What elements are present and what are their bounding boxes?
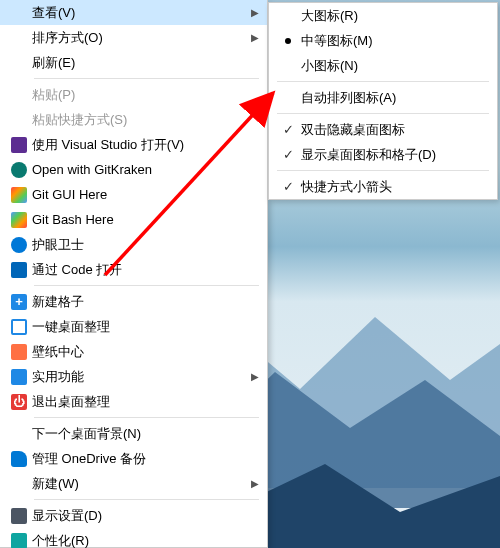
submenu-shortcut-arrow-label: 快捷方式小箭头 bbox=[301, 178, 489, 196]
check-icon: ✓ bbox=[275, 179, 301, 194]
menu-eye-care[interactable]: 护眼卫士 bbox=[0, 232, 267, 257]
menu-separator bbox=[34, 499, 259, 500]
menu-utility-label: 实用功能 bbox=[32, 368, 251, 386]
menu-open-code-label: 通过 Code 打开 bbox=[32, 261, 259, 279]
menu-paste: 粘贴(P) bbox=[0, 82, 267, 107]
chevron-right-icon: ▶ bbox=[251, 32, 259, 43]
menu-paste-shortcut-label: 粘贴快捷方式(S) bbox=[32, 111, 259, 129]
menu-git-bash[interactable]: Git Bash Here bbox=[0, 207, 267, 232]
chevron-right-icon: ▶ bbox=[251, 371, 259, 382]
menu-exit-tidy[interactable]: ⏻ 退出桌面整理 bbox=[0, 389, 267, 414]
menu-separator bbox=[34, 285, 259, 286]
display-icon bbox=[11, 508, 27, 524]
menu-separator bbox=[34, 417, 259, 418]
menu-exit-tidy-label: 退出桌面整理 bbox=[32, 393, 259, 411]
menu-open-code[interactable]: 通过 Code 打开 bbox=[0, 257, 267, 282]
gitkraken-icon bbox=[11, 162, 27, 178]
submenu-large-icons[interactable]: 大图标(R) bbox=[269, 3, 497, 28]
menu-open-vs[interactable]: 使用 Visual Studio 打开(V) bbox=[0, 132, 267, 157]
submenu-medium-icons[interactable]: 中等图标(M) bbox=[269, 28, 497, 53]
submenu-hide-on-dblclick[interactable]: ✓ 双击隐藏桌面图标 bbox=[269, 117, 497, 142]
wallpaper-icon bbox=[11, 344, 27, 360]
submenu-small-icons[interactable]: 小图标(N) bbox=[269, 53, 497, 78]
check-icon: ✓ bbox=[275, 147, 301, 162]
menu-git-bash-label: Git Bash Here bbox=[32, 212, 259, 227]
menu-separator bbox=[277, 170, 489, 171]
radio-selected-icon bbox=[285, 38, 291, 44]
menu-next-bg-label: 下一个桌面背景(N) bbox=[32, 425, 259, 443]
vscode-icon bbox=[11, 262, 27, 278]
chevron-right-icon: ▶ bbox=[251, 478, 259, 489]
menu-onedrive-label: 管理 OneDrive 备份 bbox=[32, 450, 259, 468]
menu-sort[interactable]: 排序方式(O) ▶ bbox=[0, 25, 267, 50]
submenu-medium-label: 中等图标(M) bbox=[301, 32, 489, 50]
menu-separator bbox=[277, 81, 489, 82]
menu-onedrive[interactable]: 管理 OneDrive 备份 bbox=[0, 446, 267, 471]
menu-sort-label: 排序方式(O) bbox=[32, 29, 251, 47]
menu-open-gitkraken-label: Open with GitKraken bbox=[32, 162, 259, 177]
menu-personalize-label: 个性化(R) bbox=[32, 532, 259, 549]
submenu-large-label: 大图标(R) bbox=[301, 7, 489, 25]
submenu-small-label: 小图标(N) bbox=[301, 57, 489, 75]
menu-desktop-tidy[interactable]: 一键桌面整理 bbox=[0, 314, 267, 339]
menu-display-settings-label: 显示设置(D) bbox=[32, 507, 259, 525]
menu-separator bbox=[34, 78, 259, 79]
menu-view[interactable]: 查看(V) ▶ bbox=[0, 0, 267, 25]
menu-paste-shortcut: 粘贴快捷方式(S) bbox=[0, 107, 267, 132]
exit-icon: ⏻ bbox=[11, 394, 27, 410]
utility-icon bbox=[11, 369, 27, 385]
menu-refresh[interactable]: 刷新(E) bbox=[0, 50, 267, 75]
menu-view-label: 查看(V) bbox=[32, 4, 251, 22]
check-icon: ✓ bbox=[275, 122, 301, 137]
personalize-icon bbox=[11, 533, 27, 549]
menu-new-grid-label: 新建格子 bbox=[32, 293, 259, 311]
menu-open-gitkraken[interactable]: Open with GitKraken bbox=[0, 157, 267, 182]
menu-new-grid[interactable]: + 新建格子 bbox=[0, 289, 267, 314]
context-menu: 查看(V) ▶ 排序方式(O) ▶ 刷新(E) 粘贴(P) 粘贴快捷方式(S) … bbox=[0, 0, 268, 548]
menu-separator bbox=[277, 113, 489, 114]
submenu-auto-arrange-label: 自动排列图标(A) bbox=[301, 89, 489, 107]
menu-utility[interactable]: 实用功能 ▶ bbox=[0, 364, 267, 389]
menu-desktop-tidy-label: 一键桌面整理 bbox=[32, 318, 259, 336]
git-gui-icon bbox=[11, 187, 27, 203]
menu-next-bg[interactable]: 下一个桌面背景(N) bbox=[0, 421, 267, 446]
menu-new[interactable]: 新建(W) ▶ bbox=[0, 471, 267, 496]
eye-care-icon bbox=[11, 237, 27, 253]
menu-new-label: 新建(W) bbox=[32, 475, 251, 493]
submenu-show-icons-grid[interactable]: ✓ 显示桌面图标和格子(D) bbox=[269, 142, 497, 167]
submenu-show-grid-label: 显示桌面图标和格子(D) bbox=[301, 146, 489, 164]
menu-git-gui-label: Git GUI Here bbox=[32, 187, 259, 202]
submenu-hide-label: 双击隐藏桌面图标 bbox=[301, 121, 489, 139]
plus-icon: + bbox=[11, 294, 27, 310]
visual-studio-icon bbox=[11, 137, 27, 153]
grid-icon bbox=[11, 319, 27, 335]
view-submenu: 大图标(R) 中等图标(M) 小图标(N) 自动排列图标(A) ✓ 双击隐藏桌面… bbox=[268, 2, 498, 200]
onedrive-icon bbox=[11, 451, 27, 467]
menu-git-gui[interactable]: Git GUI Here bbox=[0, 182, 267, 207]
git-bash-icon bbox=[11, 212, 27, 228]
menu-wallpaper-label: 壁纸中心 bbox=[32, 343, 259, 361]
menu-personalize[interactable]: 个性化(R) bbox=[0, 528, 267, 548]
menu-paste-label: 粘贴(P) bbox=[32, 86, 259, 104]
menu-display-settings[interactable]: 显示设置(D) bbox=[0, 503, 267, 528]
submenu-shortcut-arrow[interactable]: ✓ 快捷方式小箭头 bbox=[269, 174, 497, 199]
menu-wallpaper[interactable]: 壁纸中心 bbox=[0, 339, 267, 364]
chevron-right-icon: ▶ bbox=[251, 7, 259, 18]
menu-open-vs-label: 使用 Visual Studio 打开(V) bbox=[32, 136, 259, 154]
menu-refresh-label: 刷新(E) bbox=[32, 54, 259, 72]
submenu-auto-arrange[interactable]: 自动排列图标(A) bbox=[269, 85, 497, 110]
menu-eye-care-label: 护眼卫士 bbox=[32, 236, 259, 254]
